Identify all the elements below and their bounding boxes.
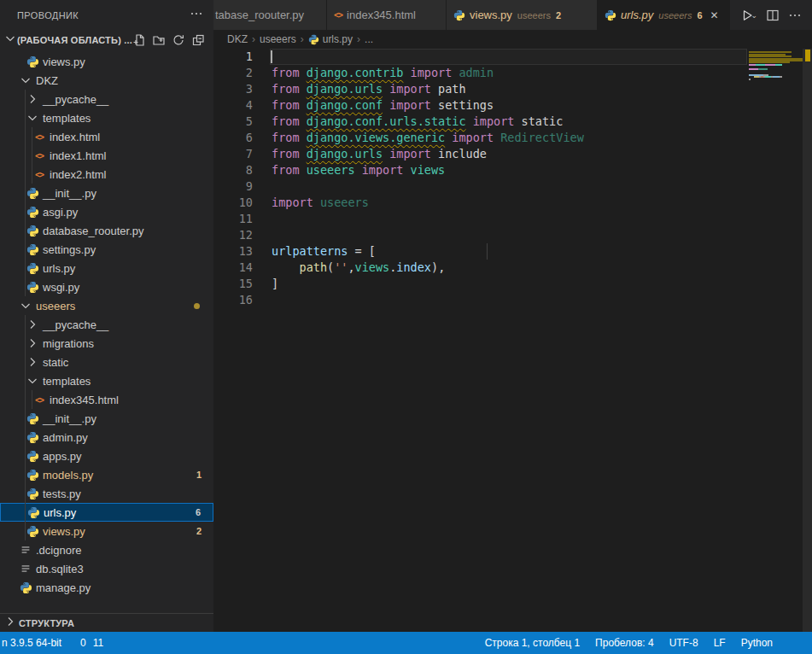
code-line-3[interactable]: 3from django.urls import path (213, 81, 749, 97)
outline-section-header[interactable]: СТРУКТУРА (0, 613, 213, 632)
code-line-7[interactable]: 7from django.urls import include (213, 146, 749, 162)
tree-item-tests.py[interactable]: tests.py (0, 484, 213, 503)
tree-indent-guide (32, 127, 32, 184)
editor-group: tabase_roouter.py<>index345.htmlviews.py… (213, 0, 812, 632)
problem-badge: 1 (196, 470, 202, 480)
tab-tabase_roouter.py[interactable]: tabase_roouter.py (213, 0, 327, 30)
explorer-title: ПРОВОДНИК (17, 10, 79, 20)
breadcrumb-separator: › (252, 33, 255, 45)
python-icon (26, 186, 39, 200)
tree-item-DKZ[interactable]: DKZ (0, 71, 213, 90)
breadcrumb: DKZ›useeers›urls.py›... (213, 30, 812, 49)
problem-badge: 6 (697, 10, 702, 20)
encoding-status[interactable]: UTF-8 (669, 637, 698, 649)
tab-index345.html[interactable]: <>index345.html (327, 0, 447, 30)
breadcrumb-item-...[interactable]: ... (365, 33, 373, 45)
new-file-icon[interactable] (132, 33, 146, 47)
code-line-1[interactable]: 1 (213, 49, 749, 65)
line-number: 13 (213, 243, 253, 260)
tree-item-settings.py[interactable]: settings.py (0, 240, 213, 259)
tree-item-views.py[interactable]: views.py2 (0, 522, 213, 540)
outline-label: СТРУКТУРА (19, 618, 74, 628)
tree-item-__pycache__[interactable]: __pycache__ (0, 315, 213, 334)
run-icon[interactable]: ⌄ (740, 9, 757, 22)
tree-item-urls.py[interactable]: urls.py (0, 259, 213, 277)
code-line-15[interactable]: 15] (213, 276, 749, 292)
tree-item-asgi.py[interactable]: asgi.py (0, 202, 213, 221)
minimap[interactable] (749, 50, 803, 143)
tree-item-templates[interactable]: templates (0, 371, 213, 390)
collapse-all-icon[interactable] (191, 33, 205, 47)
tree-item-templates[interactable]: templates (0, 108, 213, 127)
minimap-line (749, 64, 782, 66)
tree-item-__pycache__[interactable]: __pycache__ (0, 90, 213, 108)
code-line-6[interactable]: 6from django.views.generic import Redire… (213, 130, 749, 146)
tree-item-__init__.py[interactable]: __init__.py (0, 409, 213, 428)
code-line-2[interactable]: 2from django.contrib import admin (213, 65, 749, 81)
explorer-title-row: ПРОВОДНИК (0, 0, 213, 30)
chevron-down-icon[interactable]: ⌄ (751, 11, 757, 20)
code-editor[interactable]: 12from django.contrib import admin3from … (213, 49, 812, 632)
code-line-8[interactable]: 8from useeers import views (213, 162, 749, 178)
tree-item-urls.py[interactable]: urls.py6 (0, 503, 213, 522)
workspace-label: (РАБОЧАЯ ОБЛАСТЬ) ... (17, 35, 132, 45)
indentation-status[interactable]: Пробелов: 4 (595, 637, 654, 649)
cursor-position-status[interactable]: Строка 1, столбец 1 (485, 637, 580, 649)
breadcrumb-item-urls.py[interactable]: urls.py (308, 33, 353, 45)
python-icon (26, 524, 39, 538)
python-icon (26, 55, 39, 68)
editor-actions: ⌄ (740, 0, 812, 30)
python-icon (605, 9, 616, 21)
tab-bar: tabase_roouter.py<>index345.htmlviews.py… (213, 0, 812, 30)
workspace-section-header[interactable]: (РАБОЧАЯ ОБЛАСТЬ) ... (0, 30, 213, 50)
overview-ruler[interactable] (803, 49, 812, 632)
more-actions-icon[interactable] (788, 9, 802, 22)
code-line-11[interactable]: 11 (213, 211, 749, 227)
python-icon (453, 9, 465, 21)
code-line-5[interactable]: 5from django.conf.urls.static import sta… (213, 114, 749, 130)
close-icon[interactable]: ✕ (710, 9, 719, 21)
explorer-more-actions-icon[interactable] (190, 7, 203, 24)
code-line-10[interactable]: 10import useeers (213, 195, 749, 211)
problem-badge: 2 (196, 526, 202, 536)
tree-indent-guide (32, 390, 32, 409)
new-folder-icon[interactable] (152, 33, 166, 47)
tree-item-admin.py[interactable]: admin.py (0, 428, 213, 447)
problems-status[interactable]: 0 11 (77, 637, 103, 649)
tree-item-apps.py[interactable]: apps.py (0, 447, 213, 465)
chevron-right-icon (26, 336, 39, 350)
python-icon (26, 505, 40, 519)
tab-urls.py[interactable]: urls.pyuseeers6✕ (598, 0, 730, 30)
eol-status[interactable]: LF (714, 637, 726, 649)
tree-item-static[interactable]: static (0, 353, 213, 371)
code-line-12[interactable]: 12 (213, 227, 749, 243)
code-line-9[interactable]: 9 (213, 178, 749, 195)
python-version-status[interactable]: n 3.9.5 64-bit (2, 637, 61, 649)
minimap-line (749, 79, 751, 80)
split-editor-icon[interactable] (766, 9, 780, 22)
tab-views.py[interactable]: views.pyuseeers2 (447, 0, 598, 30)
refresh-icon[interactable] (172, 33, 185, 47)
tree-item-db.sqlite3[interactable]: db.sqlite3 (0, 559, 213, 578)
tree-item-wsgi.py[interactable]: wsgi.py (0, 277, 213, 296)
tabs: tabase_roouter.py<>index345.htmlviews.py… (213, 0, 730, 30)
minimap-line (749, 76, 782, 78)
breadcrumb-separator: › (301, 33, 304, 45)
chevron-down-icon (19, 73, 32, 87)
line-number: 5 (213, 114, 253, 130)
code-line-13[interactable]: 13urlpatterns = [ (213, 243, 749, 260)
breadcrumb-item-useeers[interactable]: useeers (260, 33, 296, 45)
tree-item-__init__.py[interactable]: __init__.py (0, 184, 213, 202)
tree-item-.dcignore[interactable]: .dcignore (0, 540, 213, 559)
code-line-4[interactable]: 4from django.conf import settings (213, 97, 749, 114)
tree-item-useeers[interactable]: useeers (0, 296, 213, 315)
tree-item-manage.py[interactable]: manage.py (0, 578, 213, 597)
tree-item-database_roouter.py[interactable]: database_roouter.py (0, 221, 213, 240)
code-line-16[interactable]: 16 (213, 292, 749, 308)
breadcrumb-item-DKZ[interactable]: DKZ (227, 33, 248, 45)
tree-item-models.py[interactable]: models.py1 (0, 465, 213, 484)
language-status[interactable]: Python (741, 637, 773, 649)
tree-item-views.py[interactable]: views.py (0, 52, 213, 71)
code-line-14[interactable]: 14 path('',views.index), (213, 260, 749, 276)
tree-item-migrations[interactable]: migrations (0, 334, 213, 353)
